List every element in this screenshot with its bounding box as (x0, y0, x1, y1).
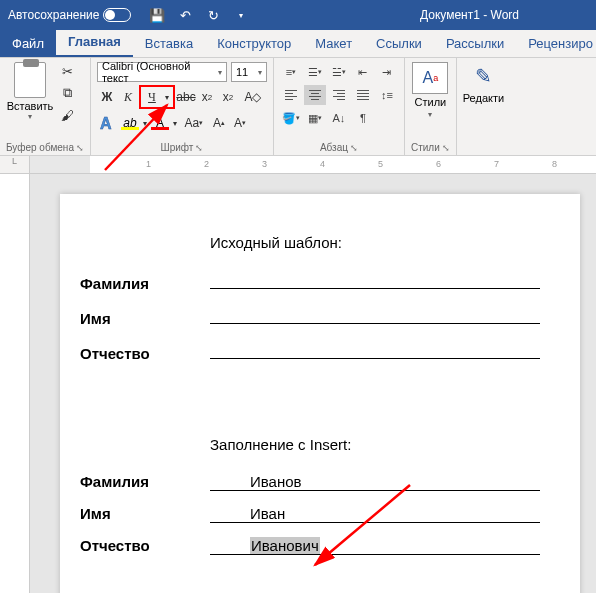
undo-icon[interactable]: ↶ (177, 7, 193, 23)
autosave-label: Автосохранение (8, 8, 99, 22)
label-firstname: Имя (80, 505, 210, 522)
shading-button[interactable]: 🪣▾ (280, 108, 302, 128)
styles-button-label[interactable]: Стили (415, 96, 447, 108)
dialog-launcher-icon[interactable]: ⤡ (350, 143, 358, 153)
justify-button[interactable] (352, 85, 374, 105)
vertical-ruler[interactable] (0, 174, 30, 593)
line-spacing-button[interactable]: ↕≡ (376, 85, 398, 105)
save-icon[interactable]: 💾 (149, 7, 165, 23)
svg-text:A: A (100, 115, 112, 132)
group-font: Calibri (Основной текст ▾ 11 ▾ Ж К Ч ▾ a… (91, 58, 274, 155)
ribbon: Вставить ▾ ✂ ⧉ 🖌 Буфер обмена⤡ Calibri (… (0, 58, 596, 156)
editing-button-label[interactable]: Редакти (463, 92, 504, 104)
group-label-paragraph: Абзац⤡ (280, 140, 398, 153)
tab-design[interactable]: Конструктор (205, 30, 303, 57)
dialog-launcher-icon[interactable]: ⤡ (76, 143, 84, 153)
align-center-button[interactable] (304, 85, 326, 105)
increase-indent-button[interactable]: ⇥ (376, 62, 398, 82)
paste-label: Вставить (7, 100, 54, 112)
tab-layout[interactable]: Макет (303, 30, 364, 57)
format-painter-icon[interactable]: 🖌 (58, 106, 76, 124)
subscript-button[interactable]: x2 (197, 87, 217, 107)
label-lastname: Фамилия (80, 275, 210, 292)
chevron-down-icon: ▾ (28, 112, 32, 121)
field-row: Отчество (80, 341, 540, 362)
redo-icon[interactable]: ↻ (205, 7, 221, 23)
sort-button[interactable]: A↓ (328, 108, 350, 128)
shrink-font-button[interactable]: A▾ (230, 113, 250, 133)
group-editing: ✎ Редакти (457, 58, 510, 155)
group-paragraph: ≡▾ ☰▾ ☱▾ ⇤ ⇥ ↕≡ (274, 58, 405, 155)
multilevel-button[interactable]: ☱▾ (328, 62, 350, 82)
label-patronymic: Отчество (80, 537, 210, 554)
highlight-color-button[interactable]: ab (120, 117, 140, 130)
field-row: Отчество Иванович (80, 537, 540, 555)
ribbon-tabs: Файл Главная Вставка Конструктор Макет С… (0, 30, 596, 58)
paste-button[interactable]: Вставить ▾ (6, 62, 54, 124)
group-clipboard: Вставить ▾ ✂ ⧉ 🖌 Буфер обмена⤡ (0, 58, 91, 155)
font-size-combo[interactable]: 11 ▾ (231, 62, 267, 82)
group-label-clipboard: Буфер обмена⤡ (6, 140, 84, 153)
grow-font-button[interactable]: A▴ (209, 113, 229, 133)
document-title: Документ1 - Word (420, 8, 519, 22)
show-marks-button[interactable]: ¶ (352, 108, 374, 128)
font-size-value: 11 (236, 66, 248, 78)
tab-file[interactable]: Файл (0, 30, 56, 57)
tab-review[interactable]: Рецензиро (516, 30, 596, 57)
tab-selector[interactable]: L (0, 156, 30, 174)
change-case-button[interactable]: Aa▾ (180, 113, 208, 133)
bullets-button[interactable]: ≡▾ (280, 62, 302, 82)
borders-button[interactable]: ▦▾ (304, 108, 326, 128)
group-label-font: Шрифт⤡ (97, 140, 267, 153)
text-effects-button[interactable]: A (97, 112, 119, 134)
workspace: Исходный шаблон: Фамилия Имя Отчество За… (0, 174, 596, 593)
label-patronymic: Отчество (80, 345, 210, 362)
group-label-editing (463, 151, 504, 153)
copy-icon[interactable]: ⧉ (58, 84, 76, 102)
paste-icon (14, 62, 46, 98)
toggle-off-icon (103, 8, 131, 22)
blank-line (210, 271, 540, 289)
styles-gallery-icon[interactable]: Aa (412, 62, 448, 94)
dialog-launcher-icon[interactable]: ⤡ (195, 143, 203, 153)
autosave-toggle[interactable]: Автосохранение (0, 8, 139, 22)
dialog-launcher-icon[interactable]: ⤡ (442, 143, 450, 153)
document-page[interactable]: Исходный шаблон: Фамилия Имя Отчество За… (60, 194, 580, 593)
blank-line (210, 341, 540, 359)
horizontal-ruler[interactable] (30, 156, 596, 174)
value-firstname: Иван (210, 505, 540, 523)
label-firstname: Имя (80, 310, 210, 327)
font-color-button[interactable]: A (150, 117, 170, 130)
superscript-button[interactable]: x2 (218, 87, 238, 107)
field-row: Имя (80, 306, 540, 327)
chevron-down-icon[interactable]: ▾ (141, 113, 149, 133)
font-name-value: Calibri (Основной текст (102, 60, 218, 84)
align-right-button[interactable] (328, 85, 350, 105)
group-styles: Aa Стили ▾ Стили⤡ (405, 58, 457, 155)
tab-mailings[interactable]: Рассылки (434, 30, 516, 57)
section1-title: Исходный шаблон: (210, 234, 540, 251)
tab-references[interactable]: Ссылки (364, 30, 434, 57)
chevron-down-icon[interactable]: ▾ (171, 113, 179, 133)
tab-insert[interactable]: Вставка (133, 30, 205, 57)
numbering-button[interactable]: ☰▾ (304, 62, 326, 82)
tab-home[interactable]: Главная (56, 28, 133, 57)
underline-dropdown[interactable]: ▾ (162, 87, 172, 107)
align-left-button[interactable] (280, 85, 302, 105)
underline-button[interactable]: Ч (142, 87, 162, 107)
title-bar: Автосохранение 💾 ↶ ↻ ▾ Документ1 - Word (0, 0, 596, 30)
page-area[interactable]: Исходный шаблон: Фамилия Имя Отчество За… (30, 174, 596, 593)
qat-dropdown-icon[interactable]: ▾ (233, 7, 249, 23)
field-row: Фамилия Иванов (80, 473, 540, 491)
italic-button[interactable]: К (118, 87, 138, 107)
decrease-indent-button[interactable]: ⇤ (352, 62, 374, 82)
font-name-combo[interactable]: Calibri (Основной текст ▾ (97, 62, 227, 82)
field-row: Имя Иван (80, 505, 540, 523)
value-patronymic: Иванович (210, 537, 540, 555)
pencil-icon[interactable]: ✎ (469, 62, 497, 90)
bold-button[interactable]: Ж (97, 87, 117, 107)
clear-formatting-button[interactable]: A◇ (239, 87, 267, 107)
value-lastname: Иванов (210, 473, 540, 491)
cut-icon[interactable]: ✂ (58, 62, 76, 80)
strikethrough-button[interactable]: abc (176, 87, 196, 107)
